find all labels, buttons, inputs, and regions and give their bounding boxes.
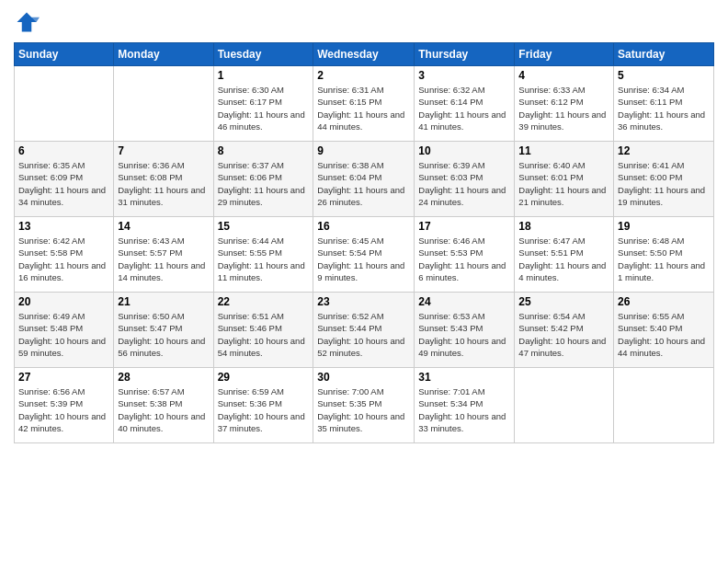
- day-number: 6: [18, 144, 109, 157]
- day-number: 11: [518, 144, 609, 157]
- day-detail: Sunrise: 6:39 AMSunset: 6:03 PMDaylight:…: [418, 159, 510, 208]
- calendar-week-5: 27Sunrise: 6:56 AMSunset: 5:39 PMDayligh…: [15, 368, 714, 443]
- calendar-cell: 13Sunrise: 6:42 AMSunset: 5:58 PMDayligh…: [15, 217, 114, 293]
- calendar-header-tuesday: Tuesday: [213, 43, 313, 66]
- day-number: 4: [518, 69, 609, 82]
- day-detail: Sunrise: 6:59 AMSunset: 5:36 PMDaylight:…: [218, 385, 310, 434]
- day-number: 3: [418, 69, 510, 82]
- day-detail: Sunrise: 6:48 AMSunset: 5:50 PMDaylight:…: [618, 235, 710, 283]
- day-detail: Sunrise: 6:53 AMSunset: 5:43 PMDaylight:…: [418, 310, 510, 359]
- calendar-cell: 8Sunrise: 6:37 AMSunset: 6:06 PMDaylight…: [213, 142, 313, 217]
- day-number: 17: [418, 220, 510, 233]
- day-number: 5: [618, 69, 710, 82]
- day-number: 13: [18, 220, 109, 233]
- day-number: 16: [317, 220, 410, 233]
- calendar-header-monday: Monday: [114, 43, 213, 66]
- calendar-week-2: 6Sunrise: 6:35 AMSunset: 6:09 PMDaylight…: [15, 142, 714, 217]
- day-detail: Sunrise: 6:42 AMSunset: 5:58 PMDaylight:…: [18, 235, 109, 283]
- day-detail: Sunrise: 6:51 AMSunset: 5:46 PMDaylight:…: [218, 310, 310, 359]
- day-detail: Sunrise: 6:32 AMSunset: 6:14 PMDaylight:…: [418, 84, 510, 132]
- calendar-cell: 23Sunrise: 6:52 AMSunset: 5:44 PMDayligh…: [313, 293, 415, 368]
- calendar-cell: 27Sunrise: 6:56 AMSunset: 5:39 PMDayligh…: [15, 368, 114, 443]
- calendar-cell: [114, 66, 213, 142]
- calendar-cell: 4Sunrise: 6:33 AMSunset: 6:12 PMDaylight…: [515, 66, 614, 142]
- calendar-cell: 26Sunrise: 6:55 AMSunset: 5:40 PMDayligh…: [614, 293, 714, 368]
- day-detail: Sunrise: 6:33 AMSunset: 6:12 PMDaylight:…: [518, 84, 609, 132]
- day-number: 22: [218, 295, 310, 308]
- calendar-cell: 15Sunrise: 6:44 AMSunset: 5:55 PMDayligh…: [213, 217, 313, 293]
- calendar-header-sunday: Sunday: [15, 43, 114, 66]
- day-number: 19: [618, 220, 710, 233]
- calendar-cell: [614, 368, 714, 443]
- logo-icon: [14, 9, 40, 35]
- calendar-cell: 22Sunrise: 6:51 AMSunset: 5:46 PMDayligh…: [213, 293, 313, 368]
- day-detail: Sunrise: 6:50 AMSunset: 5:47 PMDaylight:…: [118, 310, 209, 359]
- day-number: 26: [618, 295, 710, 308]
- day-detail: Sunrise: 6:38 AMSunset: 6:04 PMDaylight:…: [317, 159, 410, 208]
- calendar-cell: 2Sunrise: 6:31 AMSunset: 6:15 PMDaylight…: [313, 66, 415, 142]
- day-detail: Sunrise: 6:57 AMSunset: 5:38 PMDaylight:…: [118, 385, 209, 434]
- day-number: 24: [418, 295, 510, 308]
- calendar-cell: 7Sunrise: 6:36 AMSunset: 6:08 PMDaylight…: [114, 142, 213, 217]
- calendar-cell: 18Sunrise: 6:47 AMSunset: 5:51 PMDayligh…: [515, 217, 614, 293]
- calendar-header-row: SundayMondayTuesdayWednesdayThursdayFrid…: [15, 43, 714, 66]
- day-number: 8: [218, 144, 310, 157]
- day-detail: Sunrise: 6:44 AMSunset: 5:55 PMDaylight:…: [218, 235, 310, 283]
- calendar-cell: 19Sunrise: 6:48 AMSunset: 5:50 PMDayligh…: [614, 217, 714, 293]
- calendar-header-friday: Friday: [515, 43, 614, 66]
- day-detail: Sunrise: 6:36 AMSunset: 6:08 PMDaylight:…: [118, 159, 209, 208]
- calendar-cell: 10Sunrise: 6:39 AMSunset: 6:03 PMDayligh…: [415, 142, 515, 217]
- calendar-cell: 6Sunrise: 6:35 AMSunset: 6:09 PMDaylight…: [15, 142, 114, 217]
- calendar-header-thursday: Thursday: [415, 43, 515, 66]
- calendar-header-wednesday: Wednesday: [313, 43, 415, 66]
- day-detail: Sunrise: 6:34 AMSunset: 6:11 PMDaylight:…: [618, 84, 710, 132]
- calendar-week-1: 1Sunrise: 6:30 AMSunset: 6:17 PMDaylight…: [15, 66, 714, 142]
- day-detail: Sunrise: 6:31 AMSunset: 6:15 PMDaylight:…: [317, 84, 410, 132]
- calendar-cell: 5Sunrise: 6:34 AMSunset: 6:11 PMDaylight…: [614, 66, 714, 142]
- calendar-cell: 28Sunrise: 6:57 AMSunset: 5:38 PMDayligh…: [114, 368, 213, 443]
- calendar-cell: 11Sunrise: 6:40 AMSunset: 6:01 PMDayligh…: [515, 142, 614, 217]
- day-detail: Sunrise: 6:30 AMSunset: 6:17 PMDaylight:…: [218, 84, 310, 132]
- calendar-week-4: 20Sunrise: 6:49 AMSunset: 5:48 PMDayligh…: [15, 293, 714, 368]
- calendar-cell: 3Sunrise: 6:32 AMSunset: 6:14 PMDaylight…: [415, 66, 515, 142]
- calendar-cell: 17Sunrise: 6:46 AMSunset: 5:53 PMDayligh…: [415, 217, 515, 293]
- day-detail: Sunrise: 6:35 AMSunset: 6:09 PMDaylight:…: [18, 159, 109, 208]
- day-detail: Sunrise: 6:49 AMSunset: 5:48 PMDaylight:…: [18, 310, 109, 359]
- day-detail: Sunrise: 6:54 AMSunset: 5:42 PMDaylight:…: [518, 310, 609, 359]
- calendar-cell: 9Sunrise: 6:38 AMSunset: 6:04 PMDaylight…: [313, 142, 415, 217]
- calendar-cell: 24Sunrise: 6:53 AMSunset: 5:43 PMDayligh…: [415, 293, 515, 368]
- day-number: 18: [518, 220, 609, 233]
- day-number: 28: [118, 371, 209, 384]
- day-number: 10: [418, 144, 510, 157]
- calendar-cell: 14Sunrise: 6:43 AMSunset: 5:57 PMDayligh…: [114, 217, 213, 293]
- day-number: 1: [218, 69, 310, 82]
- svg-marker-1: [31, 17, 40, 22]
- day-number: 21: [118, 295, 209, 308]
- calendar-page: SundayMondayTuesdayWednesdayThursdayFrid…: [0, 0, 728, 563]
- calendar-cell: [515, 368, 614, 443]
- calendar-cell: 31Sunrise: 7:01 AMSunset: 5:34 PMDayligh…: [415, 368, 515, 443]
- day-detail: Sunrise: 6:40 AMSunset: 6:01 PMDaylight:…: [518, 159, 609, 208]
- calendar-cell: 12Sunrise: 6:41 AMSunset: 6:00 PMDayligh…: [614, 142, 714, 217]
- day-number: 15: [218, 220, 310, 233]
- day-detail: Sunrise: 6:56 AMSunset: 5:39 PMDaylight:…: [18, 385, 109, 434]
- calendar-cell: 20Sunrise: 6:49 AMSunset: 5:48 PMDayligh…: [15, 293, 114, 368]
- day-number: 31: [418, 371, 510, 384]
- logo: [14, 9, 43, 35]
- day-number: 27: [18, 371, 109, 384]
- day-number: 14: [118, 220, 209, 233]
- calendar-cell: 1Sunrise: 6:30 AMSunset: 6:17 PMDaylight…: [213, 66, 313, 142]
- day-number: 2: [317, 69, 410, 82]
- day-detail: Sunrise: 7:00 AMSunset: 5:35 PMDaylight:…: [317, 385, 410, 434]
- calendar-cell: 25Sunrise: 6:54 AMSunset: 5:42 PMDayligh…: [515, 293, 614, 368]
- day-number: 29: [218, 371, 310, 384]
- calendar-cell: 29Sunrise: 6:59 AMSunset: 5:36 PMDayligh…: [213, 368, 313, 443]
- day-detail: Sunrise: 7:01 AMSunset: 5:34 PMDaylight:…: [418, 385, 510, 434]
- day-number: 30: [317, 371, 410, 384]
- day-detail: Sunrise: 6:41 AMSunset: 6:00 PMDaylight:…: [618, 159, 710, 208]
- calendar-table: SundayMondayTuesdayWednesdayThursdayFrid…: [14, 42, 714, 443]
- day-number: 25: [518, 295, 609, 308]
- day-detail: Sunrise: 6:37 AMSunset: 6:06 PMDaylight:…: [218, 159, 310, 208]
- day-detail: Sunrise: 6:55 AMSunset: 5:40 PMDaylight:…: [618, 310, 710, 359]
- day-detail: Sunrise: 6:46 AMSunset: 5:53 PMDaylight:…: [418, 235, 510, 283]
